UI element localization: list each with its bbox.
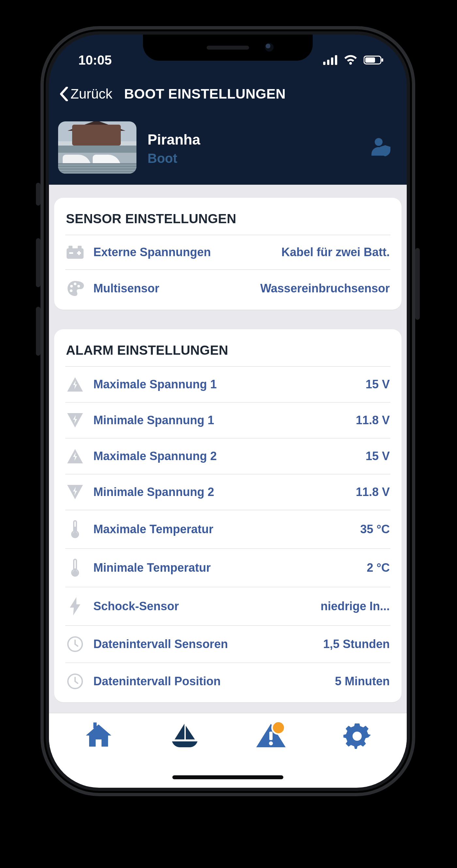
tab-home[interactable] [78, 722, 120, 749]
row-value: niedrige In... [321, 599, 390, 613]
row-label: Datenintervall Sensoren [93, 637, 315, 651]
svg-rect-5 [365, 57, 375, 63]
svg-point-16 [78, 285, 80, 287]
alarm-row-max-temperature[interactable]: Maximale Temperatur 35 °C [65, 510, 390, 549]
svg-rect-13 [78, 251, 80, 255]
alarm-settings-title: ALARM EINSTELLUNGEN [65, 338, 390, 367]
svg-point-14 [70, 285, 73, 287]
sensor-row-external-voltage[interactable]: Externe Spannungen Kabel für zwei Batt. [65, 235, 390, 270]
svg-rect-8 [67, 248, 84, 259]
row-value: 15 V [366, 450, 390, 463]
bolt-icon [66, 597, 84, 615]
sailboat-icon [170, 722, 200, 749]
boat-name: Piranha [148, 131, 360, 148]
svg-rect-24 [93, 722, 97, 728]
nav-bar: Zurück BOOT EINSTELLUNGEN [49, 76, 407, 115]
row-label: Minimale Spannung 2 [93, 485, 347, 499]
row-label: Schock-Sensor [93, 599, 312, 613]
row-value: 2 °C [367, 561, 390, 575]
silence-switch [36, 183, 40, 206]
svg-rect-2 [331, 57, 333, 65]
alarm-settings-card: ALARM EINSTELLUNGEN Maximale Spannung 1 … [54, 329, 401, 702]
svg-rect-3 [335, 55, 337, 65]
owner-shield-icon[interactable] [371, 137, 394, 158]
thermometer-icon [66, 559, 84, 577]
svg-point-15 [74, 283, 77, 285]
alarm-row-min-voltage-1[interactable]: Minimale Spannung 1 11.8 V [65, 403, 390, 439]
row-label: Minimale Temperatur [93, 561, 358, 575]
status-time: 10:05 [78, 53, 112, 67]
row-value: 11.8 V [356, 485, 390, 499]
cell-signal-icon [323, 55, 338, 65]
boat-type: Boot [148, 151, 360, 166]
boat-header[interactable]: Piranha Boot [49, 115, 407, 185]
row-value: 1,5 Stunden [323, 637, 390, 651]
row-label: Datenintervall Position [93, 675, 327, 688]
bolt-up-icon [66, 377, 84, 392]
alarm-row-max-voltage-1[interactable]: Maximale Spannung 1 15 V [65, 367, 390, 403]
battery-icon [364, 55, 384, 65]
svg-rect-11 [69, 252, 73, 254]
notch-speaker [207, 46, 249, 50]
power-button [415, 248, 420, 320]
bolt-down-icon [66, 484, 84, 500]
clock-icon [66, 636, 84, 653]
row-value: Wassereinbruchsensor [260, 282, 390, 295]
phone-screen: 10:05 Zurück BOOT EINSTELLUNGEN Piranha [49, 35, 407, 788]
row-value: 15 V [366, 377, 390, 391]
svg-rect-0 [323, 62, 326, 65]
alarm-row-shock-sensor[interactable]: Schock-Sensor niedrige In... [65, 587, 390, 626]
row-label: Maximale Temperatur [93, 522, 352, 536]
svg-rect-25 [269, 732, 273, 740]
notch [143, 35, 313, 61]
alarm-row-min-voltage-2[interactable]: Minimale Spannung 2 11.8 V [65, 474, 390, 510]
page-title: BOOT EINSTELLUNGEN [119, 86, 286, 102]
row-label: Minimale Spannung 1 [93, 413, 347, 427]
phone-frame: 10:05 Zurück BOOT EINSTELLUNGEN Piranha [40, 26, 415, 796]
row-label: Maximale Spannung 2 [93, 450, 357, 463]
row-value: 35 °C [360, 522, 390, 536]
volume-down-button [36, 307, 40, 356]
home-icon [84, 722, 113, 749]
boat-thumbnail [58, 121, 136, 174]
sensor-settings-title: SENSOR EINSTELLUNGEN [65, 207, 390, 235]
tab-alerts[interactable] [250, 722, 292, 749]
battery-icon [66, 245, 84, 259]
row-label: Externe Spannungen [93, 245, 273, 259]
palette-icon [66, 280, 84, 297]
gear-icon [343, 722, 371, 750]
notch-camera [265, 43, 274, 52]
svg-rect-10 [78, 246, 82, 249]
tab-boat[interactable] [163, 722, 206, 749]
row-value: Kabel für zwei Batt. [281, 245, 390, 259]
alarm-row-min-temperature[interactable]: Minimale Temperatur 2 °C [65, 549, 390, 587]
svg-rect-6 [382, 58, 383, 62]
alarm-row-data-interval-position[interactable]: Datenintervall Position 5 Minuten [65, 663, 390, 702]
svg-rect-1 [327, 60, 329, 65]
back-button[interactable]: Zurück [59, 86, 112, 102]
wifi-icon [343, 55, 358, 65]
boat-names: Piranha Boot [148, 129, 360, 166]
tab-settings[interactable] [336, 722, 378, 750]
sensor-settings-card: SENSOR EINSTELLUNGEN Externe Spannungen … [54, 198, 401, 310]
back-label: Zurück [70, 86, 112, 102]
row-label: Maximale Spannung 1 [93, 377, 357, 391]
row-value: 11.8 V [356, 413, 390, 427]
volume-up-button [36, 238, 40, 287]
home-indicator[interactable] [172, 775, 283, 779]
chevron-left-icon [59, 87, 69, 101]
svg-point-26 [269, 741, 273, 745]
status-icons [323, 55, 384, 65]
row-value: 5 Minuten [335, 675, 390, 688]
row-label: Multisensor [93, 282, 252, 295]
bolt-down-icon [66, 412, 84, 428]
svg-rect-9 [68, 246, 72, 249]
sensor-row-multisensor[interactable]: Multisensor Wassereinbruchsensor [65, 270, 390, 310]
svg-point-7 [375, 138, 383, 146]
alarm-row-data-interval-sensors[interactable]: Datenintervall Sensoren 1,5 Stunden [65, 626, 390, 663]
content-area: SENSOR EINSTELLUNGEN Externe Spannungen … [49, 185, 407, 752]
alerts-badge [271, 720, 286, 735]
bolt-up-icon [66, 448, 84, 464]
svg-point-17 [70, 289, 72, 292]
alarm-row-max-voltage-2[interactable]: Maximale Spannung 2 15 V [65, 439, 390, 474]
